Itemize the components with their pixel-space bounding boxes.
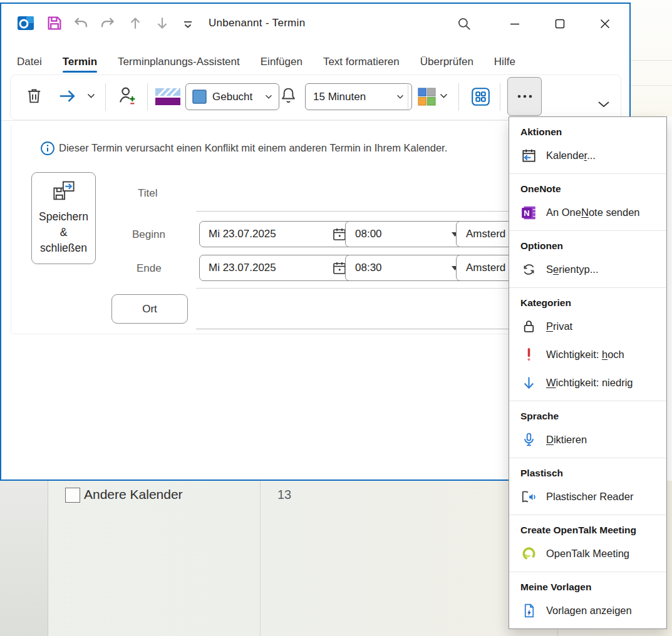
forward-options-chevron-icon[interactable] <box>87 93 95 99</box>
calendar-grid-line <box>260 481 261 636</box>
onenote-icon: N <box>520 205 537 221</box>
start-time-field[interactable]: 08:00 <box>345 221 468 247</box>
move-up-icon[interactable] <box>127 15 143 31</box>
menu-section-header: Kategorien <box>509 288 666 312</box>
location-label: Ort <box>142 303 157 315</box>
calendar-return-icon <box>520 148 537 164</box>
menu-section-header: Create OpenTalk Meeting <box>509 515 666 540</box>
apps-grid-icon[interactable] <box>471 87 490 106</box>
more-commands-button[interactable] <box>507 77 542 116</box>
menu-item-opentalk-meeting[interactable]: OpenTalk Meeting <box>509 540 666 568</box>
other-calendars-checkbox[interactable] <box>65 488 80 503</box>
start-date-value: Mi 23.07.2025 <box>209 228 276 240</box>
show-as-dropdown[interactable]: Gebucht <box>185 83 279 110</box>
tab-hilfe[interactable]: Hilfe <box>494 56 515 68</box>
ribbon-separator <box>147 83 148 111</box>
menu-item-plastischer-reader[interactable]: Plastischer Reader <box>509 483 666 511</box>
categorize-icon[interactable] <box>417 87 437 106</box>
tab-termin[interactable]: Termin <box>63 56 97 68</box>
outlook-app-icon <box>17 14 34 32</box>
tab-text-formatieren[interactable]: Text formatieren <box>323 56 400 68</box>
more-commands-menu: Aktionen Kalender... OneNote N An OneNot… <box>509 116 667 629</box>
content-panel-border <box>11 125 11 334</box>
menu-section-header: Sprache <box>509 401 666 426</box>
menu-item-serientyp[interactable]: Serientyp... <box>509 255 666 284</box>
save-and-close-button[interactable]: Speichern & schließen <box>31 172 96 264</box>
conflict-message: Dieser Termin verursacht einen Konflikt … <box>59 142 447 154</box>
redo-icon[interactable] <box>99 15 116 32</box>
start-date-field[interactable]: Mi 23.07.2025 <box>199 221 356 247</box>
move-down-icon[interactable] <box>154 15 170 31</box>
chevron-down-icon <box>265 95 272 100</box>
maximize-icon[interactable] <box>552 16 567 31</box>
save-close-line3: schließen <box>32 240 95 256</box>
categorize-chevron-icon[interactable] <box>440 93 448 99</box>
reminder-dropdown[interactable]: 15 Minuten <box>305 83 412 110</box>
reminder-value: 15 Minuten <box>313 91 366 103</box>
location-button[interactable]: Ort <box>111 294 188 324</box>
ribbon-tabs: Datei Termin Terminplanungs-Assistent Ei… <box>17 53 515 71</box>
importance-low-icon <box>520 375 537 391</box>
ribbon-collapse-icon[interactable] <box>597 100 611 109</box>
end-time-value: 08:30 <box>355 262 382 274</box>
close-icon[interactable] <box>597 16 613 31</box>
opentalk-icon <box>520 546 537 562</box>
chevron-down-icon <box>396 95 404 100</box>
save-icon[interactable] <box>46 14 63 32</box>
menu-item-wichtigkeit-hoch[interactable]: Wichtigkeit: hoch <box>509 341 666 369</box>
tab-terminplanungs-assistent[interactable]: Terminplanungs-Assistent <box>118 56 240 68</box>
more-commands-icon <box>517 94 533 99</box>
save-and-close-icon <box>52 180 76 202</box>
menu-item-privat[interactable]: Privat <box>509 312 666 341</box>
tab-datei[interactable]: Datei <box>17 56 42 68</box>
screen: Andere Kalender 13 Unbenannt - Termin Da… <box>0 0 672 636</box>
menu-item-vorlagen-anzeigen[interactable]: Vorlagen anzeigen <box>509 597 666 625</box>
svg-text:N: N <box>524 208 529 217</box>
end-date-field[interactable]: Mi 23.07.2025 <box>199 255 356 281</box>
forward-icon[interactable] <box>58 86 77 106</box>
lock-icon <box>520 319 537 335</box>
calendar-grid-line <box>631 85 672 86</box>
invite-attendees-icon[interactable] <box>118 85 138 105</box>
minimize-icon[interactable] <box>507 16 522 31</box>
background-sidebar-strip <box>0 481 48 636</box>
window-title: Unbenannt - Termin <box>209 17 305 29</box>
info-icon <box>40 141 55 156</box>
start-label: Beginn <box>132 228 165 241</box>
undo-icon[interactable] <box>73 15 90 32</box>
delete-icon[interactable] <box>25 86 43 105</box>
end-date-value: Mi 23.07.2025 <box>209 262 276 274</box>
show-as-value: Gebucht <box>212 91 252 103</box>
immersive-reader-icon <box>520 489 537 505</box>
ribbon-separator <box>408 83 408 111</box>
search-icon[interactable] <box>456 16 472 32</box>
end-timezone-value: Amsterd <box>466 262 505 274</box>
menu-section-create-opentalk-meeting: Create OpenTalk Meeting OpenTalk Meeting <box>509 515 666 572</box>
menu-section-plastisch: Plastisch Plastischer Reader <box>509 458 666 515</box>
ribbon-separator <box>458 83 459 111</box>
title-label: Titel <box>138 187 158 200</box>
reminder-bell-icon[interactable] <box>279 86 297 105</box>
busy-status-icon <box>192 90 207 104</box>
save-close-line1: Speichern <box>32 209 95 225</box>
background-calendar-top <box>631 0 672 116</box>
menu-item-diktieren[interactable]: Diktieren <box>509 426 666 454</box>
menu-section-aktionen: Aktionen Kalender... <box>509 117 666 174</box>
ribbon-separator <box>500 83 500 111</box>
menu-section-sprache: Sprache Diktieren <box>509 401 666 458</box>
customize-toolbar-icon[interactable] <box>182 18 194 31</box>
calendar-grid-line <box>631 60 672 61</box>
other-calendars-label[interactable]: Andere Kalender <box>84 487 183 502</box>
menu-item-an-onenote-senden[interactable]: N An OneNote senden <box>509 198 666 227</box>
tab-einfuegen[interactable]: Einfügen <box>261 56 302 68</box>
status-swatch-icon[interactable] <box>155 87 181 106</box>
end-time-field[interactable]: 08:30 <box>345 255 468 281</box>
menu-item-kalender[interactable]: Kalender... <box>509 141 666 170</box>
tab-ueberpruefen[interactable]: Überprüfen <box>420 56 473 68</box>
menu-item-wichtigkeit-niedrig[interactable]: Wichtigkeit: niedrig <box>509 369 666 397</box>
calendar-day-number: 13 <box>277 488 291 502</box>
menu-section-header: Plastisch <box>509 458 666 483</box>
start-time-value: 08:00 <box>355 228 382 240</box>
templates-icon <box>520 603 537 619</box>
menu-section-header: Aktionen <box>509 117 666 141</box>
